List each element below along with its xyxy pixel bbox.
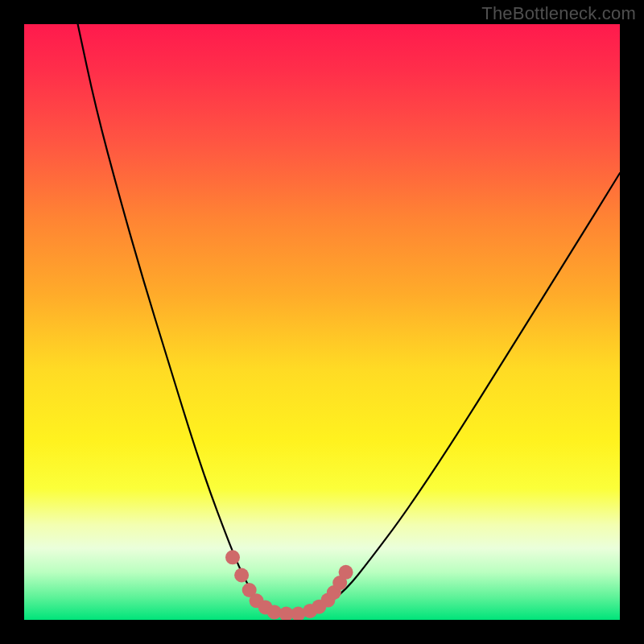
plot-area bbox=[24, 24, 620, 620]
highlight-dot bbox=[234, 568, 249, 583]
watermark-text: TheBottleneck.com bbox=[481, 3, 636, 24]
highlight-dot bbox=[225, 550, 240, 564]
highlight-dots bbox=[225, 550, 353, 620]
highlight-dot bbox=[339, 565, 353, 580]
bottleneck-curve bbox=[78, 24, 620, 614]
curve-layer bbox=[24, 24, 620, 620]
chart-frame: TheBottleneck.com bbox=[0, 0, 644, 644]
